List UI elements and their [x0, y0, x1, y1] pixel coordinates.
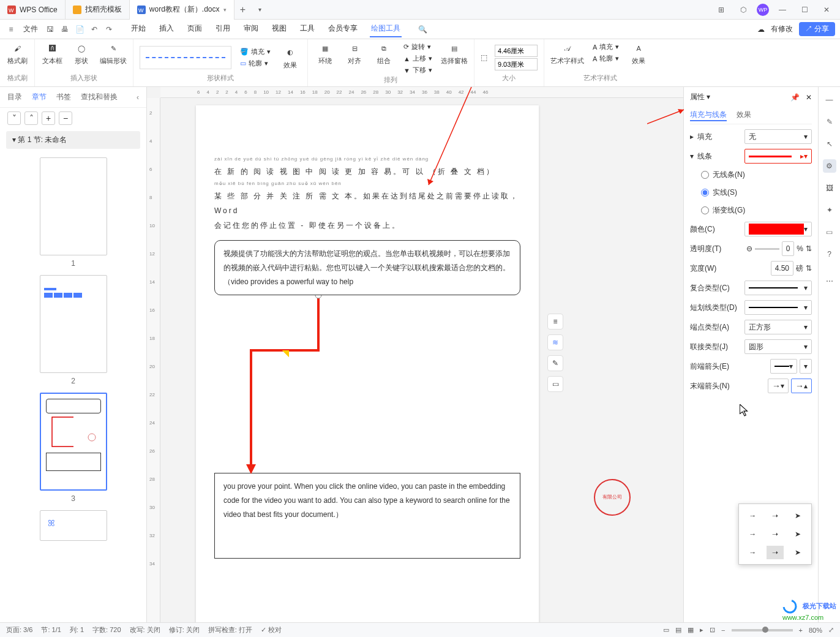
- select-icon[interactable]: ↖: [823, 137, 836, 151]
- arrow-option[interactable]: ➝: [767, 527, 784, 541]
- nav-tab-toc[interactable]: 目录: [7, 92, 22, 102]
- float-layout-button[interactable]: ≡: [547, 314, 563, 330]
- expand-button[interactable]: ˄: [24, 111, 38, 125]
- arrow-begin-type[interactable]: ▾: [770, 359, 797, 374]
- status-section[interactable]: 节: 1/1: [41, 625, 61, 635]
- tab-page[interactable]: 页面: [186, 21, 203, 37]
- edit-shape-button[interactable]: ✎编辑形状: [100, 42, 127, 66]
- nav-tab-sections[interactable]: 章节: [32, 92, 47, 102]
- maximize-button[interactable]: ☐: [796, 1, 813, 18]
- pencil-icon[interactable]: ✎: [823, 115, 836, 129]
- shape-button[interactable]: ◯形状: [70, 42, 92, 66]
- document-canvas[interactable]: 6422468101214161820222426283032343638404…: [147, 87, 683, 622]
- rotate-button[interactable]: ⟳旋转▾: [402, 42, 433, 52]
- thumbnail-page-1[interactable]: [40, 157, 107, 255]
- align-button[interactable]: ⊟对齐: [343, 42, 366, 66]
- status-overwrite[interactable]: 改写: 关闭: [130, 625, 160, 635]
- tab-document[interactable]: W word教程（新）.docx ▾: [130, 0, 234, 20]
- tab-review[interactable]: 审阅: [242, 21, 260, 37]
- line-section-toggle[interactable]: ▾ 线条: [690, 151, 712, 162]
- arrow-begin-size[interactable]: ▾: [800, 359, 812, 374]
- effects-button[interactable]: ◐效果: [279, 46, 301, 70]
- save-icon[interactable]: 🖫: [44, 23, 56, 36]
- share-button[interactable]: ↗ 分享: [799, 22, 835, 36]
- view-focus-icon[interactable]: ⊡: [710, 626, 715, 634]
- fill-dropdown[interactable]: 🪣填充▾: [239, 47, 272, 57]
- vertical-ruler[interactable]: 246810121416182022242628303234: [147, 98, 160, 622]
- status-spell[interactable]: 拼写检查: 打开: [208, 625, 252, 635]
- print-icon[interactable]: 🖶: [59, 23, 71, 36]
- height-input[interactable]: [495, 58, 538, 70]
- compound-select[interactable]: ▾: [744, 281, 812, 295]
- tab-drawing-tools[interactable]: 绘图工具: [370, 21, 402, 37]
- arrow-option[interactable]: →: [744, 527, 762, 541]
- preview-icon[interactable]: 📄: [73, 23, 86, 36]
- opacity-input[interactable]: 0: [782, 241, 795, 256]
- text-box-1[interactable]: 视频提供了功能强大的方法帮助您证明您的观点。当您单击联机视频时，可以在想要添加的…: [214, 240, 520, 295]
- nav-tab-bookmarks[interactable]: 书签: [56, 92, 71, 102]
- zoom-level[interactable]: 80%: [809, 627, 822, 634]
- layout-icon[interactable]: ⊞: [713, 1, 730, 18]
- view-outline-icon[interactable]: ▸: [700, 626, 703, 634]
- arrow-option[interactable]: →: [744, 509, 762, 522]
- dash-select[interactable]: ▾: [744, 300, 812, 315]
- zoom-slider[interactable]: [732, 629, 793, 631]
- close-button[interactable]: ✕: [818, 1, 835, 18]
- line-type-select[interactable]: ▸▾: [744, 149, 812, 164]
- move-down-button[interactable]: ▼下移▾: [402, 65, 433, 75]
- wa-fill-button[interactable]: A填充▾: [591, 42, 620, 52]
- thumbnail-page-3[interactable]: [40, 393, 107, 491]
- line-width-input[interactable]: 4.50: [771, 261, 793, 276]
- more-icon[interactable]: ⋯: [823, 274, 836, 288]
- wordart-style-button[interactable]: 𝒜艺术字样式: [550, 42, 584, 66]
- connector-arrow-shape[interactable]: [233, 295, 355, 479]
- tab-insert[interactable]: 插入: [158, 21, 175, 37]
- view-web-icon[interactable]: ▦: [688, 626, 694, 634]
- outline-dropdown[interactable]: ▭轮廓▾: [239, 58, 272, 69]
- tab-menu-button[interactable]: ▾: [252, 6, 269, 13]
- fill-section-toggle[interactable]: ▸ 填充: [690, 132, 712, 142]
- arrow-end-type[interactable]: →▾: [768, 379, 789, 393]
- tool-icon[interactable]: ✦: [823, 203, 836, 217]
- image-icon[interactable]: 🖼: [823, 181, 836, 195]
- tab-view[interactable]: 视图: [271, 21, 288, 37]
- arrow-option[interactable]: ➤: [789, 546, 806, 559]
- nav-close-icon[interactable]: ‹: [137, 93, 139, 102]
- document-page[interactable]: zài xīn de yuè dú shì tú zhōng yuè dú gè…: [196, 105, 539, 622]
- textbox-button[interactable]: 🅰文本框: [41, 42, 63, 66]
- view-mode-icon[interactable]: ▭: [663, 626, 669, 634]
- horizontal-ruler[interactable]: 6422468101214161820222426283032343638404…: [160, 87, 683, 98]
- minimize-button[interactable]: —: [774, 1, 791, 18]
- arrow-option[interactable]: →: [744, 546, 762, 559]
- props-tab-fill-line[interactable]: 填充与线条: [690, 110, 727, 121]
- radio-no-line[interactable]: 无线条(N): [690, 168, 812, 181]
- tab-app[interactable]: W WPS Office: [0, 0, 66, 20]
- collapse-button[interactable]: ˅: [7, 111, 21, 125]
- width-input[interactable]: [495, 45, 538, 57]
- float-more-button[interactable]: ▭: [547, 376, 563, 392]
- wa-effects-button[interactable]: A效果: [628, 42, 650, 66]
- wrap-button[interactable]: ▦环绕: [314, 42, 336, 66]
- status-column[interactable]: 列: 1: [70, 625, 84, 635]
- cap-select[interactable]: 正方形▾: [744, 320, 812, 334]
- new-tab-button[interactable]: +: [234, 4, 252, 15]
- fill-type-select[interactable]: 无▾: [744, 129, 812, 144]
- page-icon[interactable]: ▭: [823, 225, 836, 239]
- chevron-down-icon[interactable]: ▾: [223, 7, 227, 13]
- arrow-option[interactable]: ➤: [789, 527, 806, 541]
- props-tab-effect[interactable]: 效果: [737, 110, 751, 121]
- settings-strip-icon[interactable]: ⚙: [823, 159, 836, 173]
- pin-icon[interactable]: 📌: [790, 93, 800, 102]
- color-select[interactable]: ▾: [744, 222, 812, 236]
- nav-tab-find[interactable]: 查找和替换: [81, 92, 118, 102]
- tab-reference[interactable]: 引用: [214, 21, 231, 37]
- search-icon[interactable]: 🔍: [416, 23, 429, 36]
- user-avatar[interactable]: WP: [757, 4, 769, 16]
- move-up-button[interactable]: ▲上移▾: [402, 53, 433, 64]
- tab-template[interactable]: 找稻壳模板: [66, 0, 130, 20]
- redo-icon[interactable]: ↷: [103, 23, 115, 36]
- status-proof[interactable]: ✓ 校对: [261, 625, 282, 635]
- section-item[interactable]: ▾ 第 1 节: 未命名: [6, 131, 140, 149]
- zoom-in-button[interactable]: +: [799, 627, 803, 634]
- tab-tools[interactable]: 工具: [299, 21, 316, 37]
